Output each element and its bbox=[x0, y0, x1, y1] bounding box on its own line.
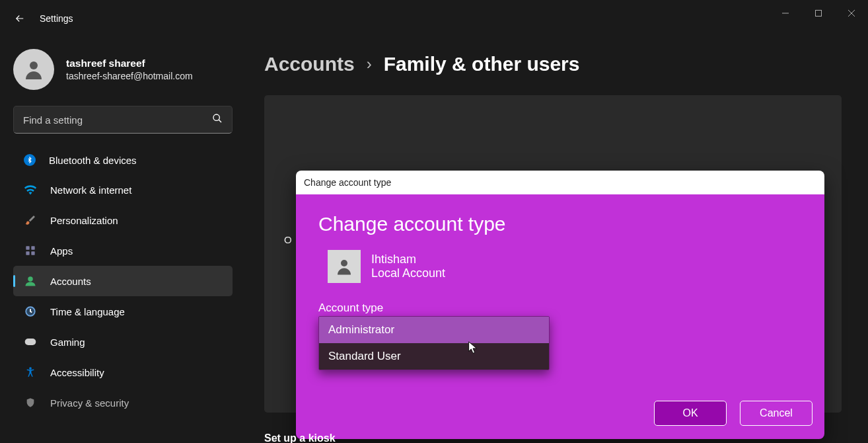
window-controls bbox=[769, 0, 868, 26]
breadcrumb-parent[interactable]: Accounts bbox=[264, 53, 355, 75]
avatar bbox=[13, 49, 54, 90]
svg-point-4 bbox=[30, 61, 38, 69]
content-area: Accounts › Family & other users O Change… bbox=[238, 37, 868, 443]
gamepad-icon bbox=[24, 335, 37, 348]
sidebar-item-bluetooth[interactable]: Bluetooth & devices bbox=[13, 145, 233, 175]
person-icon bbox=[24, 274, 37, 288]
bluetooth-icon bbox=[24, 154, 36, 166]
nav-list: Bluetooth & devices Network & internet P… bbox=[13, 145, 233, 418]
dialog-user-block: Ihtisham Local Account bbox=[328, 250, 803, 283]
ok-button[interactable]: OK bbox=[654, 401, 727, 426]
svg-point-15 bbox=[341, 260, 347, 266]
svg-rect-1 bbox=[816, 11, 822, 17]
dialog-avatar bbox=[328, 250, 361, 283]
sidebar-item-network[interactable]: Network & internet bbox=[13, 175, 233, 205]
brush-icon bbox=[24, 214, 37, 227]
sidebar-item-label: Bluetooth & devices bbox=[49, 155, 137, 166]
shield-icon bbox=[24, 396, 37, 409]
cancel-button[interactable]: Cancel bbox=[740, 401, 813, 426]
sidebar-item-label: Apps bbox=[50, 245, 73, 257]
svg-rect-13 bbox=[25, 339, 36, 345]
partial-label: O bbox=[284, 234, 292, 245]
back-button[interactable] bbox=[13, 12, 26, 25]
dialog-titlebar: Change account type bbox=[296, 171, 824, 194]
titlebar: Settings bbox=[0, 0, 868, 37]
profile-block[interactable]: tashreef shareef tashreef-shareef@hotmai… bbox=[13, 44, 233, 106]
search-box[interactable] bbox=[13, 106, 233, 134]
change-account-type-dialog: Change account type Change account type … bbox=[296, 171, 824, 439]
breadcrumb-current: Family & other users bbox=[384, 53, 580, 75]
svg-point-5 bbox=[213, 114, 219, 120]
minimize-button[interactable] bbox=[769, 0, 802, 26]
sidebar-item-label: Gaming bbox=[50, 337, 85, 348]
svg-point-11 bbox=[28, 276, 33, 282]
sidebar-item-time[interactable]: Time & language bbox=[13, 296, 233, 327]
sidebar-item-label: Time & language bbox=[50, 306, 125, 317]
account-type-dropdown[interactable]: Administrator Standard User bbox=[318, 316, 550, 370]
dialog-account-type: Local Account bbox=[371, 266, 445, 280]
clock-icon bbox=[24, 305, 37, 318]
app-title: Settings bbox=[40, 13, 73, 24]
profile-email: tashreef-shareef@hotmail.com bbox=[66, 71, 193, 81]
sidebar-item-accessibility[interactable]: Accessibility bbox=[13, 357, 233, 387]
svg-rect-10 bbox=[31, 251, 34, 255]
svg-rect-9 bbox=[26, 251, 29, 255]
maximize-button[interactable] bbox=[802, 0, 835, 26]
sidebar-item-apps[interactable]: Apps bbox=[13, 235, 233, 266]
close-button[interactable] bbox=[835, 0, 868, 26]
sidebar-item-label: Accounts bbox=[50, 276, 91, 287]
sidebar-item-label: Personalization bbox=[50, 215, 118, 226]
sidebar-item-gaming[interactable]: Gaming bbox=[13, 327, 233, 357]
option-standard-user[interactable]: Standard User bbox=[319, 343, 549, 370]
chevron-right-icon: › bbox=[367, 55, 372, 73]
apps-icon bbox=[24, 244, 37, 257]
search-input[interactable] bbox=[23, 114, 212, 126]
sidebar-item-privacy[interactable]: Privacy & security bbox=[13, 387, 233, 418]
profile-name: tashreef shareef bbox=[66, 58, 193, 69]
accessibility-icon bbox=[24, 366, 37, 379]
sidebar-item-label: Privacy & security bbox=[50, 397, 129, 409]
sidebar-item-label: Accessibility bbox=[50, 367, 104, 378]
breadcrumb: Accounts › Family & other users bbox=[264, 53, 842, 75]
option-administrator[interactable]: Administrator bbox=[319, 317, 549, 343]
dialog-heading: Change account type bbox=[318, 213, 803, 235]
svg-rect-7 bbox=[26, 246, 29, 249]
search-icon bbox=[212, 113, 223, 126]
dialog-username: Ihtisham bbox=[371, 253, 445, 266]
svg-rect-8 bbox=[31, 246, 34, 249]
sidebar: tashreef shareef tashreef-shareef@hotmai… bbox=[0, 37, 238, 443]
sidebar-item-accounts[interactable]: Accounts bbox=[13, 266, 233, 296]
svg-point-14 bbox=[29, 367, 32, 370]
kiosk-section-label: Set up a kiosk bbox=[264, 432, 336, 443]
svg-line-6 bbox=[219, 120, 221, 122]
wifi-icon bbox=[24, 183, 37, 196]
sidebar-item-personalization[interactable]: Personalization bbox=[13, 205, 233, 235]
sidebar-item-label: Network & internet bbox=[50, 184, 131, 196]
account-type-label: Account type bbox=[318, 302, 803, 315]
